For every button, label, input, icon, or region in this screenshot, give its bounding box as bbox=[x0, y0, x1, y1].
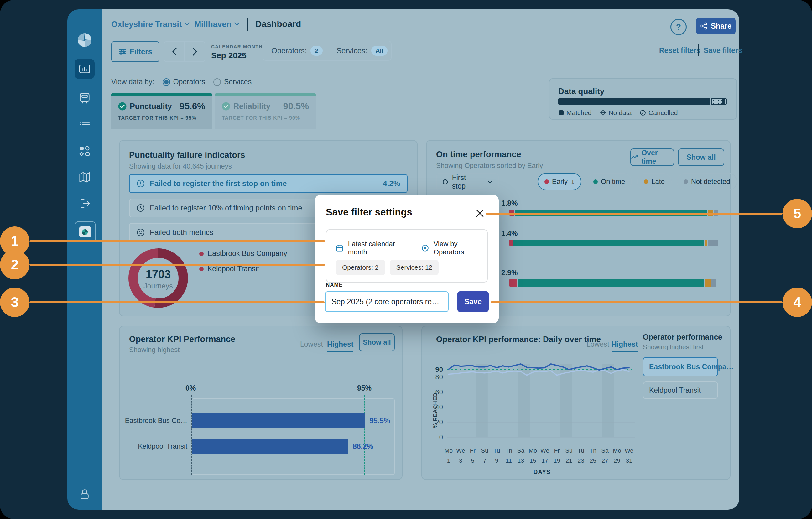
save-filters-link[interactable]: Save filters bbox=[704, 46, 742, 55]
legend-label: Keldpool Transit bbox=[207, 265, 259, 273]
sidebar-item-categories[interactable] bbox=[75, 142, 95, 160]
modal-close-button[interactable] bbox=[474, 207, 486, 219]
chip-late[interactable]: Late bbox=[637, 173, 672, 191]
modal-name-input[interactable]: Sep 2025 (2 core operators re… bbox=[325, 291, 448, 312]
sidebar-item-lock[interactable] bbox=[75, 486, 95, 503]
stop-circle-icon bbox=[442, 179, 448, 185]
lowest-toggle[interactable]: Lowest bbox=[300, 340, 323, 349]
next-month-button[interactable] bbox=[185, 42, 205, 61]
kpi-name: Punctuality bbox=[130, 102, 172, 111]
chevron-down-icon bbox=[184, 22, 190, 26]
chip-on-time[interactable]: On time bbox=[586, 173, 632, 191]
ontime-show-all-button[interactable]: Show all bbox=[678, 148, 724, 166]
daily-xtick-day: 13 bbox=[514, 457, 527, 464]
calendar-month-value: Sep 2025 bbox=[211, 51, 246, 60]
legend-dot-icon bbox=[684, 179, 688, 184]
daily-xtick-dow: Tu bbox=[575, 447, 587, 454]
help-button[interactable]: ? bbox=[670, 19, 687, 35]
sidebar-item-app-shortcut[interactable] bbox=[75, 221, 96, 242]
map-icon bbox=[78, 171, 91, 184]
radio-operators[interactable]: Operators bbox=[163, 78, 205, 86]
share-button[interactable]: Share bbox=[696, 18, 735, 34]
tab-punctuality[interactable]: Punctuality 95.6% TARGET FOR THIS KPI = … bbox=[111, 93, 212, 129]
modal-summary-row: Latest calendar month View by Operators bbox=[336, 240, 487, 256]
daily-xtick-dow: Mo bbox=[442, 447, 455, 454]
sidebar-item-list[interactable] bbox=[75, 116, 95, 134]
breadcrumb: Oxleyshire Transit Millhaven Dashboard bbox=[111, 17, 301, 31]
check-circle-icon bbox=[118, 102, 126, 111]
daily-xtick-day: 1 bbox=[442, 457, 455, 464]
legend-cancelled: Cancelled bbox=[640, 109, 677, 117]
breadcrumb-area[interactable]: Millhaven bbox=[194, 20, 239, 29]
links-divider bbox=[698, 44, 699, 56]
pinwheel-logo-icon bbox=[76, 32, 93, 49]
chip-not-detected[interactable]: Not detected bbox=[677, 173, 737, 191]
daily-xtick-day: 15 bbox=[527, 457, 539, 464]
daily-xtick-dow: Su bbox=[478, 447, 491, 454]
chevron-down-icon bbox=[234, 22, 240, 26]
callout-line-2 bbox=[29, 264, 325, 266]
matched-swatch-icon bbox=[558, 110, 564, 116]
operator-button-keldpool[interactable]: Keldpool Transit bbox=[643, 381, 718, 399]
kpi-bar-label: Keldpool Transit bbox=[115, 442, 187, 451]
radio-selected-icon bbox=[163, 78, 170, 86]
bar-segment bbox=[712, 279, 716, 287]
filters-label: Filters bbox=[130, 47, 152, 56]
zero-axis-line bbox=[192, 395, 192, 475]
radio-services[interactable]: Services bbox=[213, 78, 252, 86]
daily-xtick-dow: Th bbox=[502, 447, 515, 454]
shapes-icon bbox=[78, 144, 91, 157]
first-stop-label: First stop bbox=[452, 174, 480, 191]
operator-button-eastbrook[interactable]: Eastbrook Bus Compa… bbox=[643, 357, 718, 376]
data-quality-panel: Data quality Matched No data Cancelled bbox=[549, 78, 737, 120]
reset-filters-link[interactable]: Reset filters bbox=[659, 46, 700, 55]
daily-ytick: 40 bbox=[424, 403, 443, 411]
ontime-bar-row: 2.9% bbox=[501, 269, 718, 287]
daily-xtick-dow: Fr bbox=[466, 447, 479, 454]
kpi-show-all-button[interactable]: Show all bbox=[359, 333, 395, 351]
app-logo bbox=[75, 31, 95, 49]
daily-highest-toggle[interactable]: Highest bbox=[611, 340, 638, 352]
screenshot-root: Oxleyshire Transit Millhaven Dashboard ?… bbox=[0, 0, 812, 519]
filter-summary[interactable]: Operators: 2 Services: All bbox=[263, 41, 392, 61]
sidebar-item-map[interactable] bbox=[75, 169, 95, 186]
modal-save-button[interactable]: Save bbox=[457, 291, 489, 312]
donut-legend-item: Keldpool Transit bbox=[199, 265, 287, 273]
kpi-bar-label: Eastbrook Bus Co… bbox=[115, 416, 187, 425]
daily-xtick-dow: Th bbox=[587, 447, 599, 454]
data-quality-legend: Matched No data Cancelled bbox=[558, 109, 678, 117]
sort-arrow-icon: ↓ bbox=[571, 177, 575, 186]
modal-summary-box: Latest calendar month View by Operators … bbox=[326, 229, 488, 283]
chip-label: Early bbox=[552, 178, 568, 186]
donut-total: 1703 bbox=[128, 268, 188, 281]
filters-button[interactable]: Filters bbox=[111, 41, 160, 62]
highest-toggle[interactable]: Highest bbox=[327, 340, 353, 352]
kpi-bar-value: 95.5% bbox=[370, 416, 390, 425]
daily-lowest-toggle[interactable]: Lowest bbox=[586, 340, 609, 349]
tab-reliability[interactable]: Reliability 90.5% TARGET FOR THIS KPI = … bbox=[215, 93, 316, 129]
kpi-target: TARGET FOR THIS KPI = 95% bbox=[118, 115, 205, 121]
tab-accent-strip bbox=[111, 93, 212, 95]
frown-icon bbox=[137, 228, 145, 236]
partner-app-icon bbox=[78, 226, 92, 238]
services-label: Services: bbox=[337, 46, 368, 55]
share-icon bbox=[700, 22, 708, 30]
sidebar-item-vehicles[interactable] bbox=[75, 89, 95, 107]
modal-services-chip: Services: 12 bbox=[390, 260, 439, 275]
breadcrumb-org[interactable]: Oxleyshire Transit bbox=[111, 20, 190, 29]
sidebar-item-logout[interactable] bbox=[75, 195, 95, 212]
first-stop-select[interactable]: First stop bbox=[436, 173, 499, 191]
chip-early[interactable]: Early↓ bbox=[538, 173, 581, 191]
prev-month-button[interactable] bbox=[165, 42, 185, 61]
weekend-band bbox=[560, 364, 572, 437]
radio-unselected-icon bbox=[213, 78, 221, 86]
view-by-icon bbox=[422, 244, 429, 252]
ontime-legend-chips: Early↓On timeLateNot detected bbox=[538, 173, 737, 191]
chevron-down-icon bbox=[488, 180, 492, 183]
modal-calendar-label: Latest calendar month bbox=[348, 240, 413, 256]
sidebar-item-dashboard[interactable] bbox=[75, 59, 95, 79]
over-time-button[interactable]: Over time bbox=[630, 148, 674, 166]
indicator-row[interactable]: Failed to register the first stop on tim… bbox=[129, 174, 408, 193]
dq-segment-no-data bbox=[711, 98, 723, 105]
modal-view-label: View by Operators bbox=[434, 240, 487, 256]
